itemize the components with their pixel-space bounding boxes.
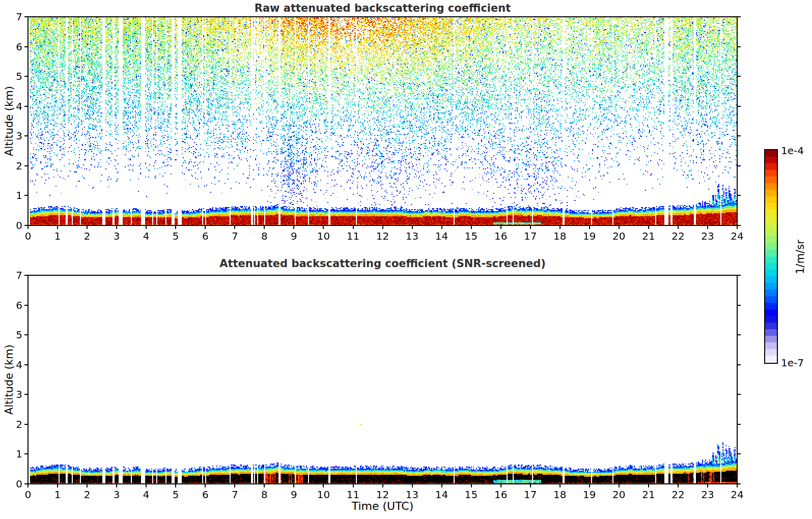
x-tick-mark <box>530 225 531 229</box>
colorbar <box>765 150 777 363</box>
x-tick-label: 0 <box>17 488 39 501</box>
y-tick-mark-left <box>24 135 28 136</box>
x-tick-label: 0 <box>17 230 39 242</box>
y-tick-mark-right <box>737 76 741 77</box>
x-tick-mark <box>737 484 738 487</box>
y-tick-mark-right <box>737 305 741 306</box>
x-tick-mark <box>234 225 235 229</box>
y-tick-label: 5 <box>4 329 22 341</box>
x-tick-mark <box>87 484 88 487</box>
y-tick-mark-left <box>24 195 28 196</box>
y-tick-label: 3 <box>4 130 22 142</box>
x-tick-label: 2 <box>76 230 98 242</box>
x-tick-label: 3 <box>105 230 128 242</box>
x-tick-label: 7 <box>223 230 246 242</box>
y-tick-mark-left <box>24 364 28 365</box>
x-tick-label: 19 <box>578 488 601 501</box>
x-tick-label: 15 <box>460 230 483 242</box>
y-tick-mark-right <box>737 106 741 107</box>
x-tick-mark <box>441 484 442 487</box>
raw-backscatter-heatmap <box>28 17 737 225</box>
x-tick-mark <box>146 225 147 229</box>
x-tick-mark <box>500 225 501 229</box>
x-tick-mark <box>57 225 58 229</box>
y-tick-mark-right <box>737 225 741 226</box>
x-tick-label: 11 <box>342 488 365 501</box>
y-tick-label: 4 <box>4 359 22 371</box>
y-tick-mark-left <box>24 424 28 425</box>
y-tick-label: 4 <box>4 100 22 112</box>
x-tick-label: 13 <box>401 488 424 501</box>
y-tick-mark-left <box>24 106 28 107</box>
x-tick-label: 15 <box>460 488 483 501</box>
x-tick-mark <box>737 225 738 229</box>
y-tick-label: 6 <box>4 299 22 311</box>
y-tick-mark-left <box>24 453 28 454</box>
x-tick-label: 16 <box>490 230 512 242</box>
x-tick-mark <box>648 225 649 229</box>
y-tick-mark-right <box>737 453 741 454</box>
x-tick-mark <box>205 484 206 487</box>
x-tick-label: 14 <box>431 230 453 242</box>
x-tick-mark <box>175 484 176 487</box>
y-tick-mark-left <box>24 16 28 17</box>
x-tick-label: 1 <box>46 488 69 501</box>
y-tick-label: 1 <box>4 189 22 201</box>
x-tick-label: 11 <box>342 230 365 242</box>
x-tick-label: 20 <box>608 230 630 242</box>
y-tick-mark-right <box>737 16 741 17</box>
x-tick-mark <box>471 225 472 229</box>
x-tick-mark <box>146 484 147 487</box>
x-tick-mark <box>264 225 265 229</box>
y-tick-mark-left <box>24 165 28 166</box>
x-tick-label: 13 <box>401 230 424 242</box>
x-tick-mark <box>678 225 679 229</box>
x-tick-label: 22 <box>667 488 689 501</box>
x-tick-mark <box>323 484 324 487</box>
x-tick-label: 12 <box>372 488 394 501</box>
x-tick-label: 1 <box>46 230 69 242</box>
colorbar-min-label: 1e-7 <box>781 357 804 369</box>
colorbar-unit-label: 1/m/sr <box>794 226 807 287</box>
y-tick-mark-left <box>24 305 28 306</box>
x-tick-mark <box>441 225 442 229</box>
x-tick-mark <box>323 225 324 229</box>
x-tick-label: 4 <box>135 488 157 501</box>
x-tick-mark <box>353 484 354 487</box>
x-tick-label: 6 <box>194 230 216 242</box>
x-tick-mark <box>559 225 561 229</box>
figure: Raw attenuated backscattering coefficien… <box>0 0 812 519</box>
y-tick-mark-right <box>737 46 741 47</box>
x-tick-mark <box>116 225 117 229</box>
x-tick-label: 12 <box>372 230 394 242</box>
y-tick-mark-left <box>24 76 28 77</box>
x-tick-label: 21 <box>637 230 660 242</box>
x-tick-mark <box>678 484 679 487</box>
y-tick-label: 1 <box>4 448 22 460</box>
x-tick-mark <box>619 225 620 229</box>
x-tick-label: 3 <box>105 488 128 501</box>
x-tick-mark <box>412 484 413 487</box>
y-tick-label: 0 <box>4 478 22 490</box>
y-tick-label: 2 <box>4 418 22 430</box>
panel2-title: Attenuated backscattering coefficient (S… <box>28 257 737 270</box>
y-tick-mark-right <box>737 483 741 484</box>
x-tick-label: 19 <box>578 230 601 242</box>
x-tick-label: 14 <box>431 488 453 501</box>
x-axis-label: Time (UTC) <box>28 500 737 512</box>
x-tick-mark <box>175 225 176 229</box>
x-tick-mark <box>589 484 590 487</box>
x-tick-label: 9 <box>283 488 305 501</box>
x-tick-label: 23 <box>696 230 719 242</box>
y-tick-mark-right <box>737 165 741 166</box>
y-tick-mark-left <box>24 275 28 276</box>
x-tick-label: 18 <box>549 488 571 501</box>
x-tick-mark <box>471 484 472 487</box>
y-tick-mark-right <box>737 275 741 276</box>
x-tick-mark <box>57 484 58 487</box>
y-tick-label: 5 <box>4 70 22 82</box>
x-tick-mark <box>27 484 29 487</box>
x-tick-label: 10 <box>312 488 334 501</box>
x-tick-mark <box>530 484 531 487</box>
x-tick-label: 2 <box>76 488 98 501</box>
